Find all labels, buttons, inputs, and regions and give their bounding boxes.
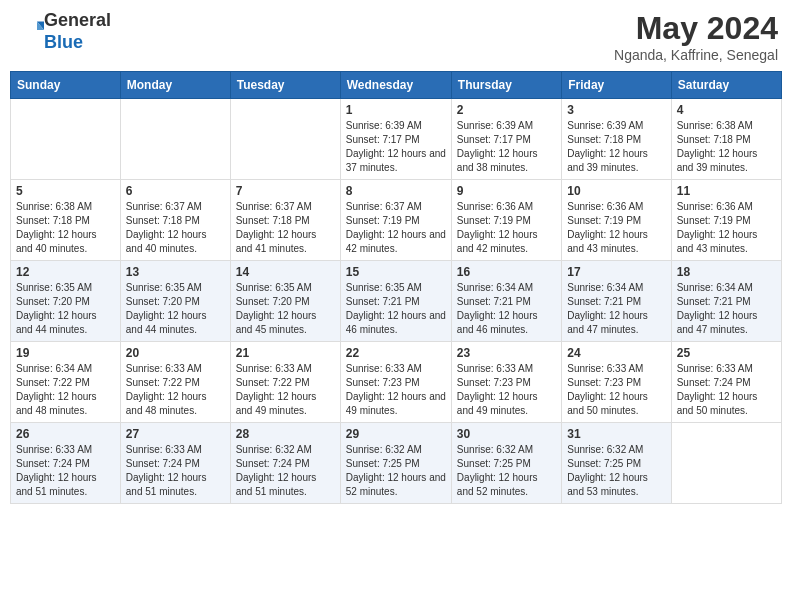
day-cell: 1Sunrise: 6:39 AMSunset: 7:17 PMDaylight… bbox=[340, 99, 451, 180]
day-info: Sunrise: 6:39 AMSunset: 7:18 PMDaylight:… bbox=[567, 119, 665, 175]
day-info: Sunrise: 6:34 AMSunset: 7:21 PMDaylight:… bbox=[677, 281, 776, 337]
day-cell: 24Sunrise: 6:33 AMSunset: 7:23 PMDayligh… bbox=[562, 342, 671, 423]
day-cell: 19Sunrise: 6:34 AMSunset: 7:22 PMDayligh… bbox=[11, 342, 121, 423]
day-info: Sunrise: 6:34 AMSunset: 7:21 PMDaylight:… bbox=[457, 281, 556, 337]
day-number: 25 bbox=[677, 346, 776, 360]
day-info: Sunrise: 6:36 AMSunset: 7:19 PMDaylight:… bbox=[677, 200, 776, 256]
day-cell: 20Sunrise: 6:33 AMSunset: 7:22 PMDayligh… bbox=[120, 342, 230, 423]
day-number: 30 bbox=[457, 427, 556, 441]
week-row-2: 5Sunrise: 6:38 AMSunset: 7:18 PMDaylight… bbox=[11, 180, 782, 261]
day-number: 22 bbox=[346, 346, 446, 360]
logo-general-text: General bbox=[44, 10, 111, 30]
day-info: Sunrise: 6:33 AMSunset: 7:22 PMDaylight:… bbox=[236, 362, 335, 418]
day-info: Sunrise: 6:32 AMSunset: 7:25 PMDaylight:… bbox=[567, 443, 665, 499]
day-number: 23 bbox=[457, 346, 556, 360]
day-number: 27 bbox=[126, 427, 225, 441]
week-row-4: 19Sunrise: 6:34 AMSunset: 7:22 PMDayligh… bbox=[11, 342, 782, 423]
day-cell bbox=[671, 423, 781, 504]
day-cell: 8Sunrise: 6:37 AMSunset: 7:19 PMDaylight… bbox=[340, 180, 451, 261]
day-cell: 3Sunrise: 6:39 AMSunset: 7:18 PMDaylight… bbox=[562, 99, 671, 180]
day-cell: 16Sunrise: 6:34 AMSunset: 7:21 PMDayligh… bbox=[451, 261, 561, 342]
day-number: 3 bbox=[567, 103, 665, 117]
day-number: 19 bbox=[16, 346, 115, 360]
day-info: Sunrise: 6:33 AMSunset: 7:23 PMDaylight:… bbox=[346, 362, 446, 418]
day-number: 15 bbox=[346, 265, 446, 279]
col-header-thursday: Thursday bbox=[451, 72, 561, 99]
day-info: Sunrise: 6:32 AMSunset: 7:24 PMDaylight:… bbox=[236, 443, 335, 499]
day-info: Sunrise: 6:33 AMSunset: 7:24 PMDaylight:… bbox=[126, 443, 225, 499]
day-cell: 10Sunrise: 6:36 AMSunset: 7:19 PMDayligh… bbox=[562, 180, 671, 261]
day-info: Sunrise: 6:34 AMSunset: 7:22 PMDaylight:… bbox=[16, 362, 115, 418]
week-row-3: 12Sunrise: 6:35 AMSunset: 7:20 PMDayligh… bbox=[11, 261, 782, 342]
logo-blue-text: Blue bbox=[44, 32, 83, 52]
day-number: 24 bbox=[567, 346, 665, 360]
title-block: May 2024 Nganda, Kaffrine, Senegal bbox=[614, 10, 778, 63]
day-info: Sunrise: 6:33 AMSunset: 7:24 PMDaylight:… bbox=[16, 443, 115, 499]
day-info: Sunrise: 6:35 AMSunset: 7:20 PMDaylight:… bbox=[126, 281, 225, 337]
day-cell bbox=[230, 99, 340, 180]
day-cell: 7Sunrise: 6:37 AMSunset: 7:18 PMDaylight… bbox=[230, 180, 340, 261]
day-cell: 11Sunrise: 6:36 AMSunset: 7:19 PMDayligh… bbox=[671, 180, 781, 261]
day-number: 1 bbox=[346, 103, 446, 117]
day-number: 16 bbox=[457, 265, 556, 279]
col-header-tuesday: Tuesday bbox=[230, 72, 340, 99]
day-cell: 21Sunrise: 6:33 AMSunset: 7:22 PMDayligh… bbox=[230, 342, 340, 423]
day-number: 2 bbox=[457, 103, 556, 117]
day-info: Sunrise: 6:37 AMSunset: 7:18 PMDaylight:… bbox=[126, 200, 225, 256]
logo-icon bbox=[16, 16, 44, 44]
day-info: Sunrise: 6:35 AMSunset: 7:20 PMDaylight:… bbox=[16, 281, 115, 337]
week-row-1: 1Sunrise: 6:39 AMSunset: 7:17 PMDaylight… bbox=[11, 99, 782, 180]
logo: General Blue bbox=[14, 10, 111, 53]
day-number: 17 bbox=[567, 265, 665, 279]
day-cell: 22Sunrise: 6:33 AMSunset: 7:23 PMDayligh… bbox=[340, 342, 451, 423]
day-info: Sunrise: 6:33 AMSunset: 7:23 PMDaylight:… bbox=[457, 362, 556, 418]
day-cell: 26Sunrise: 6:33 AMSunset: 7:24 PMDayligh… bbox=[11, 423, 121, 504]
day-info: Sunrise: 6:32 AMSunset: 7:25 PMDaylight:… bbox=[346, 443, 446, 499]
day-cell: 5Sunrise: 6:38 AMSunset: 7:18 PMDaylight… bbox=[11, 180, 121, 261]
col-header-monday: Monday bbox=[120, 72, 230, 99]
day-number: 11 bbox=[677, 184, 776, 198]
month-year-title: May 2024 bbox=[614, 10, 778, 47]
day-cell bbox=[11, 99, 121, 180]
day-number: 29 bbox=[346, 427, 446, 441]
day-info: Sunrise: 6:32 AMSunset: 7:25 PMDaylight:… bbox=[457, 443, 556, 499]
day-info: Sunrise: 6:37 AMSunset: 7:19 PMDaylight:… bbox=[346, 200, 446, 256]
day-info: Sunrise: 6:33 AMSunset: 7:22 PMDaylight:… bbox=[126, 362, 225, 418]
day-cell: 31Sunrise: 6:32 AMSunset: 7:25 PMDayligh… bbox=[562, 423, 671, 504]
day-cell: 30Sunrise: 6:32 AMSunset: 7:25 PMDayligh… bbox=[451, 423, 561, 504]
day-info: Sunrise: 6:36 AMSunset: 7:19 PMDaylight:… bbox=[567, 200, 665, 256]
day-info: Sunrise: 6:34 AMSunset: 7:21 PMDaylight:… bbox=[567, 281, 665, 337]
day-number: 6 bbox=[126, 184, 225, 198]
day-number: 10 bbox=[567, 184, 665, 198]
day-info: Sunrise: 6:39 AMSunset: 7:17 PMDaylight:… bbox=[346, 119, 446, 175]
calendar-table: SundayMondayTuesdayWednesdayThursdayFrid… bbox=[10, 71, 782, 504]
day-number: 20 bbox=[126, 346, 225, 360]
calendar-header-row: SundayMondayTuesdayWednesdayThursdayFrid… bbox=[11, 72, 782, 99]
day-info: Sunrise: 6:37 AMSunset: 7:18 PMDaylight:… bbox=[236, 200, 335, 256]
day-cell: 4Sunrise: 6:38 AMSunset: 7:18 PMDaylight… bbox=[671, 99, 781, 180]
day-cell: 29Sunrise: 6:32 AMSunset: 7:25 PMDayligh… bbox=[340, 423, 451, 504]
week-row-5: 26Sunrise: 6:33 AMSunset: 7:24 PMDayligh… bbox=[11, 423, 782, 504]
day-cell: 12Sunrise: 6:35 AMSunset: 7:20 PMDayligh… bbox=[11, 261, 121, 342]
day-info: Sunrise: 6:36 AMSunset: 7:19 PMDaylight:… bbox=[457, 200, 556, 256]
day-cell: 9Sunrise: 6:36 AMSunset: 7:19 PMDaylight… bbox=[451, 180, 561, 261]
day-cell: 2Sunrise: 6:39 AMSunset: 7:17 PMDaylight… bbox=[451, 99, 561, 180]
location-subtitle: Nganda, Kaffrine, Senegal bbox=[614, 47, 778, 63]
day-info: Sunrise: 6:38 AMSunset: 7:18 PMDaylight:… bbox=[16, 200, 115, 256]
day-number: 5 bbox=[16, 184, 115, 198]
day-cell: 17Sunrise: 6:34 AMSunset: 7:21 PMDayligh… bbox=[562, 261, 671, 342]
day-cell: 15Sunrise: 6:35 AMSunset: 7:21 PMDayligh… bbox=[340, 261, 451, 342]
day-info: Sunrise: 6:38 AMSunset: 7:18 PMDaylight:… bbox=[677, 119, 776, 175]
day-number: 8 bbox=[346, 184, 446, 198]
day-cell: 27Sunrise: 6:33 AMSunset: 7:24 PMDayligh… bbox=[120, 423, 230, 504]
day-number: 18 bbox=[677, 265, 776, 279]
col-header-sunday: Sunday bbox=[11, 72, 121, 99]
col-header-wednesday: Wednesday bbox=[340, 72, 451, 99]
day-cell: 18Sunrise: 6:34 AMSunset: 7:21 PMDayligh… bbox=[671, 261, 781, 342]
day-number: 12 bbox=[16, 265, 115, 279]
day-info: Sunrise: 6:35 AMSunset: 7:21 PMDaylight:… bbox=[346, 281, 446, 337]
day-number: 28 bbox=[236, 427, 335, 441]
day-info: Sunrise: 6:33 AMSunset: 7:24 PMDaylight:… bbox=[677, 362, 776, 418]
day-cell: 6Sunrise: 6:37 AMSunset: 7:18 PMDaylight… bbox=[120, 180, 230, 261]
day-number: 21 bbox=[236, 346, 335, 360]
